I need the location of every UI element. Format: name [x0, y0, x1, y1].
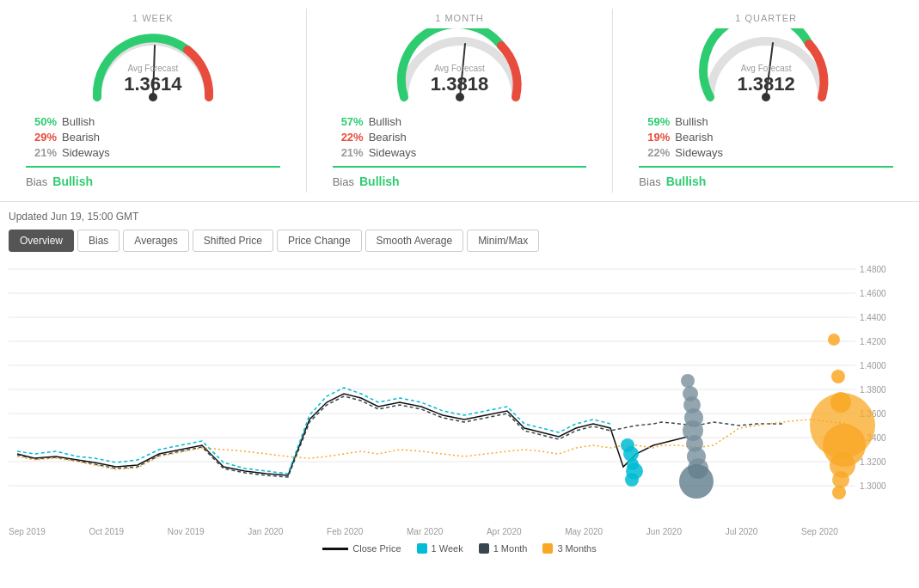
- month-side-pct: 21%: [333, 146, 364, 159]
- svg-point-42: [831, 370, 845, 383]
- svg-text:1.3000: 1.3000: [860, 481, 886, 491]
- svg-text:1.3800: 1.3800: [860, 385, 886, 395]
- svg-text:1.3200: 1.3200: [860, 457, 886, 467]
- week-avg-text: Avg Forecast: [124, 64, 181, 73]
- svg-point-47: [832, 471, 849, 488]
- svg-text:1.4600: 1.4600: [860, 289, 886, 298]
- month-side-row: 21% Sideways: [333, 146, 587, 159]
- updated-text: Updated Jun 19, 15:00 GMT: [0, 202, 919, 230]
- svg-point-48: [832, 486, 846, 499]
- x-label-nov2019: Nov 2019: [168, 527, 205, 536]
- legend-3months: 3 Months: [542, 543, 596, 554]
- svg-text:1.4800: 1.4800: [860, 265, 886, 274]
- quarter-bear-row: 19% Bearish: [639, 131, 893, 144]
- month-gauge-label: Avg Forecast 1.3818: [431, 64, 488, 95]
- quarter-bias-row: Bias Bullish: [639, 166, 893, 188]
- tabs-row: Overview Bias Averages Shifted Price Pri…: [0, 230, 919, 260]
- quarter-bull-pct: 59%: [639, 115, 670, 128]
- legend-month-label: 1 Month: [493, 543, 528, 554]
- month-bull-pct: 57%: [333, 115, 364, 128]
- tab-bias[interactable]: Bias: [77, 230, 119, 252]
- legend-3months-icon: [542, 543, 553, 554]
- x-label-jan2020: Jan 2020: [248, 527, 283, 536]
- quarter-bull-row: 59% Bullish: [639, 115, 893, 128]
- svg-point-31: [625, 473, 639, 487]
- svg-text:1.4000: 1.4000: [860, 361, 886, 371]
- week-bias-row: Bias Bullish: [26, 166, 280, 188]
- quarter-stats: 59% Bullish 19% Bearish 22% Sideways Bia…: [622, 113, 910, 188]
- month-period-label: 1 MONTH: [435, 13, 484, 23]
- x-label-mar2020: Mar 2020: [407, 527, 443, 536]
- quarter-bias-value: Bullish: [666, 175, 707, 188]
- tab-minim-max[interactable]: Minim/Max: [467, 230, 539, 252]
- quarter-avg-text: Avg Forecast: [738, 64, 795, 73]
- quarter-gauge-label: Avg Forecast 1.3812: [738, 64, 795, 95]
- week-bull-label: Bullish: [62, 115, 95, 128]
- forecast-card-month: 1 MONTH Avg Forecast 1.3818 57% Bullish …: [307, 9, 614, 193]
- close-price-line: [17, 394, 688, 475]
- tab-smooth-average[interactable]: Smooth Average: [365, 230, 464, 252]
- forecast-section: 1 WEEK Avg Forecast 1.3614 50% Bullis: [0, 0, 919, 202]
- x-label-oct2019: Oct 2019: [89, 527, 125, 536]
- month-bias-row: Bias Bullish: [333, 166, 587, 188]
- legend-1week: 1 Week: [417, 543, 463, 554]
- quarter-period-label: 1 QUARTER: [735, 13, 797, 23]
- tab-price-change[interactable]: Price Change: [277, 230, 362, 252]
- week-bull-row: 50% Bullish: [26, 115, 280, 128]
- week-bias-label: Bias: [26, 175, 47, 188]
- x-label-sep2020: Sep 2020: [801, 527, 838, 536]
- month-bubbles: [679, 374, 714, 499]
- x-label-may2020: May 2020: [565, 527, 603, 536]
- main-chart: 1.4800 1.4600 1.4400 1.4200 1.4000 1.380…: [9, 260, 910, 518]
- quarter-bull-label: Bullish: [675, 115, 708, 128]
- legend-close-icon: [322, 548, 348, 550]
- month-bias-label: Bias: [333, 175, 354, 188]
- week-bear-pct: 29%: [26, 131, 57, 144]
- tab-shifted-price[interactable]: Shifted Price: [193, 230, 273, 252]
- chart-area: 1.4800 1.4600 1.4400 1.4200 1.4000 1.380…: [0, 260, 919, 527]
- x-label-jul2020: Jul 2020: [726, 527, 758, 536]
- quarter-bear-label: Bearish: [675, 131, 713, 144]
- week-bear-label: Bearish: [62, 131, 100, 144]
- month-bull-label: Bullish: [369, 115, 401, 128]
- chart-legend: Close Price 1 Week 1 Month 3 Months: [0, 536, 919, 558]
- svg-point-32: [681, 374, 695, 388]
- x-label-sep2019: Sep 2019: [9, 527, 46, 536]
- legend-1month: 1 Month: [479, 543, 528, 554]
- svg-text:1.4200: 1.4200: [860, 337, 886, 346]
- week-line: [17, 388, 610, 474]
- week-avg-value: 1.3614: [124, 73, 181, 95]
- svg-text:1.4400: 1.4400: [860, 313, 886, 322]
- quarter-bear-pct: 19%: [639, 131, 670, 144]
- week-gauge-label: Avg Forecast 1.3614: [124, 64, 181, 95]
- legend-close-label: Close Price: [352, 543, 401, 554]
- months3-bubbles: [810, 334, 875, 499]
- month-side-label: Sideways: [369, 146, 417, 159]
- legend-week-label: 1 Week: [432, 543, 463, 554]
- quarter-gauge: Avg Forecast 1.3812: [697, 28, 835, 106]
- month-bias-value: Bullish: [359, 175, 400, 188]
- quarter-avg-value: 1.3812: [738, 73, 795, 95]
- week-bear-row: 29% Bearish: [26, 131, 280, 144]
- month-bear-pct: 22%: [333, 131, 364, 144]
- quarter-bias-label: Bias: [639, 175, 660, 188]
- quarter-side-pct: 22%: [639, 146, 670, 159]
- x-label-jun2020: Jun 2020: [646, 527, 682, 536]
- tab-overview[interactable]: Overview: [9, 230, 74, 252]
- week-period-label: 1 WEEK: [132, 13, 174, 23]
- week-stats: 50% Bullish 29% Bearish 21% Sideways Bia…: [9, 113, 297, 188]
- forecast-card-quarter: 1 QUARTER Avg Forecast 1.3812 59% Bullis…: [613, 9, 919, 193]
- week-bull-pct: 50%: [26, 115, 57, 128]
- legend-3months-label: 3 Months: [557, 543, 596, 554]
- month-bull-row: 57% Bullish: [333, 115, 587, 128]
- tab-averages[interactable]: Averages: [123, 230, 188, 252]
- week-side-label: Sideways: [62, 146, 110, 159]
- month-gauge: Avg Forecast 1.3818: [391, 28, 529, 106]
- week-bias-value: Bullish: [52, 175, 93, 188]
- week-side-row: 21% Sideways: [26, 146, 280, 159]
- legend-month-icon: [479, 543, 489, 554]
- month-bear-label: Bearish: [369, 131, 407, 144]
- month-avg-text: Avg Forecast: [431, 64, 488, 73]
- month-stats: 57% Bullish 22% Bearish 21% Sideways Bia…: [316, 113, 604, 188]
- month-bear-row: 22% Bearish: [333, 131, 587, 144]
